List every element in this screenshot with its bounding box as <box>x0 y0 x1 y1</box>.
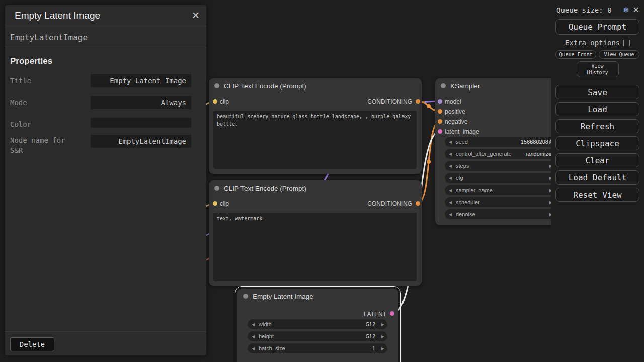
widget-height[interactable]: ◀ height 512 ▶ <box>248 331 387 341</box>
widget-control-after-generate[interactable]: ◀ control_after_generate randomize ▶ <box>445 149 555 159</box>
snowflake-icon[interactable]: ❄ <box>623 6 629 15</box>
node-title: KSampler <box>450 82 480 90</box>
widget-label: height <box>259 331 274 341</box>
node-title: CLIP Text Encode (Prompt) <box>224 185 306 192</box>
reset-view-button[interactable]: Reset View <box>555 188 639 202</box>
refresh-button[interactable]: Refresh <box>555 119 639 133</box>
decrement-icon[interactable]: ◀ <box>449 188 452 193</box>
dialog-subtitle-row: EmptyLatentImage <box>5 26 206 48</box>
negative-input-dot[interactable] <box>438 119 442 124</box>
widget-label: width <box>259 319 272 329</box>
view-queue-button[interactable]: View Queue <box>599 50 639 59</box>
properties-heading: Properties <box>10 56 52 66</box>
widget-label: seed <box>456 137 468 147</box>
decrement-icon[interactable]: ◀ <box>449 212 452 217</box>
widget-batch-size[interactable]: ◀ batch_size 1 ▶ <box>248 343 387 353</box>
collapse-dot-icon[interactable] <box>441 83 446 88</box>
widget-cfg[interactable]: ◀ cfg ▶ <box>445 173 555 183</box>
clip-input-label: clip <box>220 200 229 207</box>
increment-icon[interactable]: ▶ <box>381 346 384 351</box>
negative-input-label: negative <box>445 118 467 125</box>
sr-name-field-input[interactable]: EmptyLatentImage <box>91 135 191 148</box>
clip-input-dot[interactable] <box>213 201 217 206</box>
conditioning-output-dot[interactable] <box>416 201 420 206</box>
decrement-icon[interactable]: ◀ <box>449 140 452 144</box>
prompt-textarea[interactable]: text, watermark <box>213 213 417 281</box>
prompt-textarea[interactable]: beautiful scenery nature glass bottle la… <box>213 111 417 169</box>
conditioning-output-label: CONDITIONING <box>367 200 412 207</box>
widget-value: 1566802087 <box>521 137 551 147</box>
save-button[interactable]: Save <box>555 85 639 99</box>
widget-label: scheduler <box>456 197 480 207</box>
queue-prompt-button[interactable]: Queue Prompt <box>555 19 639 35</box>
mode-select[interactable]: Always <box>91 96 191 109</box>
extra-options-label: Extra options <box>565 39 620 47</box>
queue-front-button[interactable]: Queue Front <box>555 50 596 59</box>
latent-image-input-label: latent_image <box>445 128 479 135</box>
increment-icon[interactable]: ▶ <box>381 334 384 339</box>
title-field-input[interactable]: Empty Latent Image <box>91 74 191 87</box>
color-field-input[interactable] <box>91 118 191 128</box>
widget-value: 512 <box>366 331 375 341</box>
dialog-footer: Delete <box>5 331 206 355</box>
widget-label: denoise <box>456 209 475 219</box>
widget-label: sampler_name <box>456 185 493 195</box>
mode-field-label: Mode <box>10 98 27 108</box>
widget-label: batch_size <box>259 343 285 353</box>
title-field-label: Title <box>10 76 31 86</box>
conditioning-output-dot[interactable] <box>416 99 420 104</box>
dialog-title: Empty Latent Image <box>15 10 100 21</box>
node-clip-text-encode-negative[interactable]: CLIP Text Encode (Prompt) clip CONDITION… <box>209 180 422 286</box>
node-properties-dialog: Empty Latent Image ✕ EmptyLatentImage Pr… <box>5 5 206 355</box>
widget-seed[interactable]: ◀ seed 1566802087 ▶ <box>445 137 555 147</box>
color-field-label: Color <box>10 119 31 129</box>
model-input-dot[interactable] <box>438 99 442 104</box>
decrement-icon[interactable]: ◀ <box>252 346 255 351</box>
conditioning-output-label: CONDITIONING <box>367 98 412 105</box>
node-title: Empty Latent Image <box>253 293 313 300</box>
decrement-icon[interactable]: ◀ <box>449 164 452 168</box>
widget-scheduler[interactable]: ◀ scheduler ▶ <box>445 197 555 207</box>
widget-value: randomize <box>526 149 551 159</box>
widget-value: 1 <box>372 343 375 353</box>
latent-output-dot[interactable] <box>390 311 394 316</box>
extra-options-checkbox[interactable] <box>623 40 630 46</box>
collapse-dot-icon[interactable] <box>214 83 219 88</box>
latent-image-input-dot[interactable] <box>438 129 442 134</box>
collapse-dot-icon[interactable] <box>214 186 219 191</box>
widget-width[interactable]: ◀ width 512 ▶ <box>248 319 387 329</box>
decrement-icon[interactable]: ◀ <box>449 176 452 180</box>
decrement-icon[interactable]: ◀ <box>449 200 452 205</box>
queue-size-label: Queue size: 0 <box>556 6 619 14</box>
decrement-icon[interactable]: ◀ <box>252 334 255 339</box>
dialog-title-bar: Empty Latent Image ✕ <box>5 5 206 26</box>
widget-label: steps <box>456 161 469 171</box>
node-empty-latent-image[interactable]: Empty Latent Image LATENT ◀ width 512 ▶ … <box>237 289 398 362</box>
node-class-name: EmptyLatentImage <box>10 33 88 42</box>
comfy-menu-panel: Queue size: 0 ❄ ✕ Queue Prompt Extra opt… <box>551 0 644 362</box>
clip-input-dot[interactable] <box>213 99 217 104</box>
widget-sampler-name[interactable]: ◀ sampler_name ▶ <box>445 185 555 195</box>
menu-close-icon[interactable]: ✕ <box>633 5 639 15</box>
extra-options-row: Extra options <box>555 39 639 47</box>
load-default-button[interactable]: Load Default <box>555 170 639 185</box>
view-history-button[interactable]: View History <box>577 61 619 77</box>
widget-denoise[interactable]: ◀ denoise ▶ <box>445 209 555 219</box>
decrement-icon[interactable]: ◀ <box>449 152 452 156</box>
increment-icon[interactable]: ▶ <box>381 322 384 327</box>
link-dot-positive <box>427 104 431 108</box>
clear-button[interactable]: Clear <box>555 153 639 167</box>
widget-steps[interactable]: ◀ steps ▶ <box>445 161 555 171</box>
positive-input-dot[interactable] <box>438 109 442 114</box>
dialog-close-icon[interactable]: ✕ <box>192 10 200 21</box>
node-ksampler[interactable]: KSampler model positive negative latent_… <box>435 78 561 225</box>
collapse-dot-icon[interactable] <box>243 294 248 299</box>
node-clip-text-encode-positive[interactable]: CLIP Text Encode (Prompt) clip CONDITION… <box>209 78 422 174</box>
delete-node-button[interactable]: Delete <box>10 337 54 351</box>
model-input-label: model <box>445 98 461 105</box>
load-button[interactable]: Load <box>555 102 639 116</box>
decrement-icon[interactable]: ◀ <box>252 322 255 327</box>
widget-label: cfg <box>456 173 463 183</box>
clipspace-button[interactable]: Clipspace <box>555 136 639 150</box>
clip-input-label: clip <box>220 98 229 105</box>
